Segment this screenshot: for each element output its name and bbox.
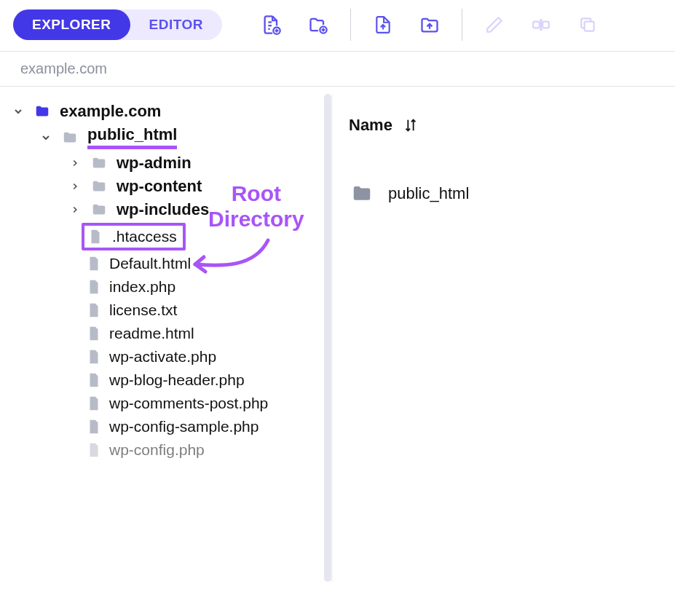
- tab-group: EXPLORER EDITOR: [13, 9, 222, 40]
- chevron-down-icon: [12, 106, 25, 117]
- tree-item-label: Default.html: [109, 255, 191, 272]
- tree-folder-wp-admin[interactable]: wp-admin: [7, 151, 324, 175]
- copy-button[interactable]: [567, 10, 608, 39]
- tree-item-label: wp-config.php: [109, 441, 205, 459]
- tree-file-htaccess[interactable]: .htaccess: [82, 223, 186, 250]
- tree-item-label: .htaccess: [112, 228, 177, 245]
- tree-folder-wp-content[interactable]: wp-content: [7, 175, 324, 198]
- tree-file[interactable]: license.txt: [7, 299, 324, 322]
- tree-item-label: index.php: [109, 278, 175, 296]
- tree-root[interactable]: example.com: [7, 100, 324, 123]
- new-file-button[interactable]: [251, 10, 292, 39]
- list-item-label: public_html: [388, 184, 469, 203]
- tree-item-label: wp-blog-header.php: [109, 371, 245, 389]
- tree-item-label: wp-comments-post.php: [109, 395, 268, 412]
- upload-folder-button[interactable]: [409, 10, 450, 39]
- chevron-right-icon: [68, 158, 82, 168]
- column-header-label: Name: [349, 116, 392, 135]
- panes: example.com public_html wp-admin wp-cont…: [0, 87, 675, 601]
- chevron-right-icon: [68, 181, 82, 191]
- tree-file[interactable]: readme.html: [7, 322, 324, 345]
- breadcrumb[interactable]: example.com: [0, 51, 675, 87]
- file-icon: [86, 441, 102, 459]
- main-pane: Name public_html: [331, 87, 675, 601]
- tree-item-label: wp-config-sample.php: [109, 418, 258, 435]
- svg-rect-14: [585, 22, 594, 31]
- folder-icon: [89, 155, 109, 171]
- folder-icon: [89, 178, 109, 194]
- tree-item-label: license.txt: [109, 301, 177, 319]
- svg-rect-10: [542, 22, 549, 28]
- tab-editor[interactable]: EDITOR: [130, 9, 222, 40]
- tree-file[interactable]: wp-blog-header.php: [7, 368, 324, 392]
- column-header-name[interactable]: Name: [349, 116, 660, 135]
- rename-button[interactable]: [521, 10, 561, 39]
- list-item-public-html[interactable]: public_html: [346, 178, 660, 209]
- file-icon: [86, 277, 102, 296]
- edit-button[interactable]: [474, 10, 515, 39]
- tree-item-label: wp-activate.php: [109, 348, 216, 366]
- file-icon: [86, 301, 102, 320]
- tree-root-label: example.com: [60, 102, 161, 121]
- tree-public-html[interactable]: public_html: [7, 123, 324, 151]
- tree-item-label: wp-content: [117, 177, 202, 196]
- tree-pane: example.com public_html wp-admin wp-cont…: [0, 87, 324, 601]
- tree-file[interactable]: wp-config.php: [7, 438, 324, 462]
- svg-rect-9: [533, 22, 540, 28]
- tree-file[interactable]: wp-comments-post.php: [7, 392, 324, 415]
- folder-icon: [349, 183, 375, 205]
- chevron-down-icon: [39, 132, 52, 143]
- folder-icon: [32, 103, 52, 119]
- chevron-right-icon: [68, 205, 82, 215]
- tree-file[interactable]: Default.html: [7, 252, 324, 275]
- tab-explorer[interactable]: EXPLORER: [13, 9, 130, 40]
- upload-file-button[interactable]: [363, 10, 403, 39]
- tree-file[interactable]: index.php: [7, 275, 324, 299]
- file-icon: [86, 417, 102, 436]
- file-icon: [87, 227, 103, 246]
- file-icon: [86, 324, 102, 343]
- file-icon: [86, 347, 102, 366]
- tree-item-label: wp-includes: [117, 200, 209, 219]
- file-icon: [86, 394, 102, 413]
- sort-icon: [403, 117, 419, 133]
- tree-public-html-label: public_html: [87, 125, 177, 149]
- tree-file[interactable]: wp-config-sample.php: [7, 415, 324, 438]
- new-folder-button[interactable]: [298, 10, 339, 39]
- folder-icon: [60, 130, 80, 146]
- file-icon: [86, 371, 102, 390]
- tree-item-label: readme.html: [109, 325, 194, 342]
- file-icon: [86, 254, 102, 273]
- pane-divider[interactable]: [324, 94, 331, 582]
- tree-file[interactable]: wp-activate.php: [7, 345, 324, 368]
- toolbar-separator: [350, 9, 351, 41]
- tree-folder-wp-includes[interactable]: wp-includes: [7, 198, 324, 221]
- tree-item-label: wp-admin: [117, 154, 192, 173]
- toolbar-separator: [462, 9, 462, 41]
- folder-icon: [89, 202, 109, 218]
- toolbar: EXPLORER EDITOR: [0, 0, 675, 51]
